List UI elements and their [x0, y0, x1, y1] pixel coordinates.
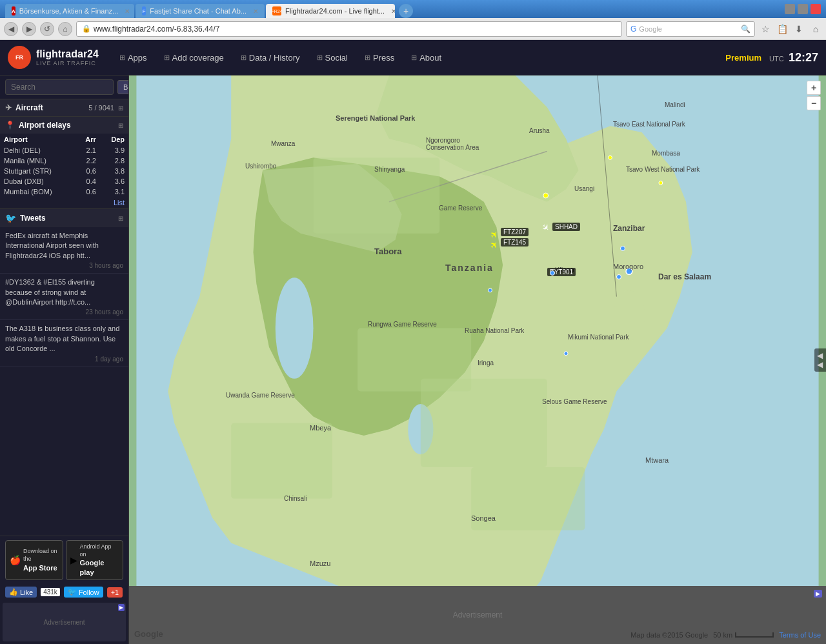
tweet-item[interactable]: The A318 is business class only and make…: [0, 320, 128, 367]
google-logo: Google: [134, 629, 163, 639]
facebook-like-button[interactable]: 👍 Like: [5, 587, 37, 598]
svg-point-14: [489, 288, 492, 292]
nav-data-history[interactable]: ⊞ Data / History: [233, 49, 308, 66]
map-area[interactable]: Serengeti National Park Mwanza Ngorongor…: [129, 75, 826, 644]
nav-apps[interactable]: ⊞ Apps: [112, 49, 155, 66]
delay-table-row[interactable]: Manila (MNL) 2.2 2.8: [0, 156, 128, 166]
tweets-grid-icon[interactable]: ⊞: [118, 215, 123, 222]
list-link[interactable]: List: [0, 197, 128, 208]
selous-label: Selous Game Reserve: [542, 398, 607, 405]
mzuzu-label: Mzuzu: [310, 559, 330, 567]
chinsali-label: Chinsali: [284, 495, 307, 502]
tweet-item[interactable]: FedEx aircraft at Memphis International …: [0, 227, 128, 274]
search-input[interactable]: [5, 79, 114, 95]
airport-cell: Stuttgart (STR): [0, 166, 76, 176]
svg-point-10: [609, 156, 612, 159]
utc-label: UTC: [769, 55, 784, 63]
maximize-button[interactable]: [798, 4, 808, 14]
delays-grid-icon[interactable]: ⊞: [118, 122, 123, 129]
sidebar: Bookmarks ▼ ✈ Aircraft 5 / 9041 ⊞: [0, 75, 129, 644]
bookmarks-button[interactable]: Bookmarks ▼: [117, 80, 129, 94]
musoma-label: Mwanza: [271, 140, 295, 147]
google-plus-button[interactable]: +1: [107, 587, 123, 598]
flight-label-shhad: SHHAD: [552, 223, 580, 231]
forward-button[interactable]: ▶: [22, 22, 36, 36]
premium-button[interactable]: Premium: [725, 53, 761, 63]
twitter-icon: 🐦: [5, 213, 16, 223]
malindi-label: Malindi: [665, 101, 685, 108]
new-tab-button[interactable]: +: [399, 4, 413, 18]
home-nav-icon[interactable]: ⌂: [809, 23, 822, 35]
tweets-title: 🐦 Tweets: [5, 213, 46, 223]
browser-tab-2[interactable]: F Fastjet Share Chat - Chat Ab... ✕: [136, 4, 265, 18]
nav-press[interactable]: ⊞ Press: [357, 49, 402, 66]
scale-bar: 50 km: [713, 631, 774, 639]
ngorongoro-label: NgorongoroConservation Area: [426, 137, 479, 151]
nav-social[interactable]: ⊞ Social: [309, 49, 356, 66]
address-input[interactable]: 🔒 www.flightradar24.com/-6.83,36.44/7: [76, 21, 622, 37]
delay-table-row[interactable]: Stuttgart (STR) 0.6 3.8: [0, 166, 128, 176]
logo-sub: LIVE AIR TRAFFIC: [36, 60, 99, 66]
tweet-item[interactable]: #DY1362 & #EI155 diverting because of st…: [0, 274, 128, 320]
rungwa-label: Rungwa Game Reserve: [368, 321, 437, 328]
aircraft-section-title: ✈ Aircraft: [5, 103, 43, 112]
delay-table-row[interactable]: Mumbai (BOM) 0.6 3.1: [0, 186, 128, 197]
minimize-button[interactable]: [785, 4, 795, 14]
home-button[interactable]: ⌂: [58, 22, 72, 36]
zoom-in-button[interactable]: +: [807, 81, 821, 95]
airport-delays-header[interactable]: 📍 Airport delays ⊞: [0, 117, 128, 134]
dar-es-salaam-label: Dar es Salaam: [658, 272, 711, 281]
aircraft-icon: ✈: [5, 103, 12, 112]
airport-col-header: Airport: [0, 134, 76, 145]
dot-eyt901[interactable]: [550, 270, 555, 276]
arr-cell: 0.6: [76, 166, 100, 176]
dot-zanzibar[interactable]: [620, 246, 625, 251]
expand-arrow-icon: ◀◀: [816, 351, 825, 369]
twitter-follow-icon: 🐦: [68, 588, 77, 596]
social-buttons: 👍 Like 431k 🐦 Follow +1: [0, 584, 128, 600]
main-area: Bookmarks ▼ ✈ Aircraft 5 / 9041 ⊞: [0, 75, 826, 644]
google-play-button[interactable]: ▶ Android App on Google play: [66, 540, 124, 580]
airport-delays-section: 📍 Airport delays ⊞ Airport Arr Dep: [0, 117, 128, 209]
morogoro-label: Morogoro: [613, 263, 643, 270]
android-icon: ▶: [70, 555, 77, 565]
reload-button[interactable]: ↺: [40, 22, 54, 36]
aircraft-section-header[interactable]: ✈ Aircraft 5 / 9041 ⊞: [0, 99, 128, 116]
download-icon[interactable]: ⬇: [792, 23, 805, 35]
ruaha-label: Ruaha National Park: [465, 327, 524, 334]
dot-dar-es-salaam[interactable]: [616, 274, 621, 279]
iringa-label: Iringa: [478, 359, 494, 367]
svg-rect-18: [421, 379, 547, 467]
zoom-out-button[interactable]: −: [807, 96, 821, 110]
back-button[interactable]: ◀: [4, 22, 18, 36]
dep-col-header: Dep: [100, 134, 128, 145]
nav-add-coverage[interactable]: ⊞ Add coverage: [156, 49, 232, 66]
delay-table-row[interactable]: Dubai (DXB) 0.4 3.6: [0, 176, 128, 186]
shinyanga-label: Shinyanga: [374, 166, 405, 173]
social-nav-icon: ⊞: [317, 54, 323, 62]
close-button[interactable]: [811, 4, 821, 14]
sidebar-ad: Advertisement ▶: [3, 603, 126, 641]
nav-items: ⊞ Apps ⊞ Add coverage ⊞ Data / History ⊞…: [112, 49, 725, 66]
arr-cell: 2.1: [76, 145, 100, 156]
browser-tab-3[interactable]: FR24 Flightradar24.com - Live flight... …: [266, 4, 395, 18]
app-store-button[interactable]: 🍎 Download on the App Store: [5, 540, 63, 580]
star-icon[interactable]: ☆: [759, 23, 772, 35]
facebook-icon: 👍: [9, 588, 18, 596]
twitter-follow-button[interactable]: 🐦 Follow: [64, 587, 103, 598]
map-attribution: Map data ©2015 Google 50 km Terms of Use: [630, 631, 821, 639]
nav-about[interactable]: ⊞ About: [403, 49, 449, 66]
ushirombo-label: Ushirombo: [245, 163, 276, 170]
browser-tab-1[interactable]: A Börsenkurse, Aktien & Finanz... ✕: [5, 4, 134, 18]
svg-point-13: [564, 352, 568, 356]
right-panel-expand[interactable]: ◀◀: [814, 348, 826, 372]
uwanda-label: Uwanda Game Reserve: [226, 392, 295, 399]
delay-table-row[interactable]: Delhi (DEL) 2.1 3.9: [0, 145, 128, 156]
svg-point-11: [659, 181, 663, 185]
data-history-nav-icon: ⊞: [241, 54, 247, 62]
grid-icon[interactable]: ⊞: [118, 105, 123, 112]
bookmark-icon[interactable]: 📋: [776, 23, 789, 35]
press-nav-icon: ⊞: [365, 54, 370, 62]
flight-label-ftz207: FTZ207: [501, 228, 529, 236]
browser-search-box[interactable]: G Google 🔍: [626, 21, 755, 37]
